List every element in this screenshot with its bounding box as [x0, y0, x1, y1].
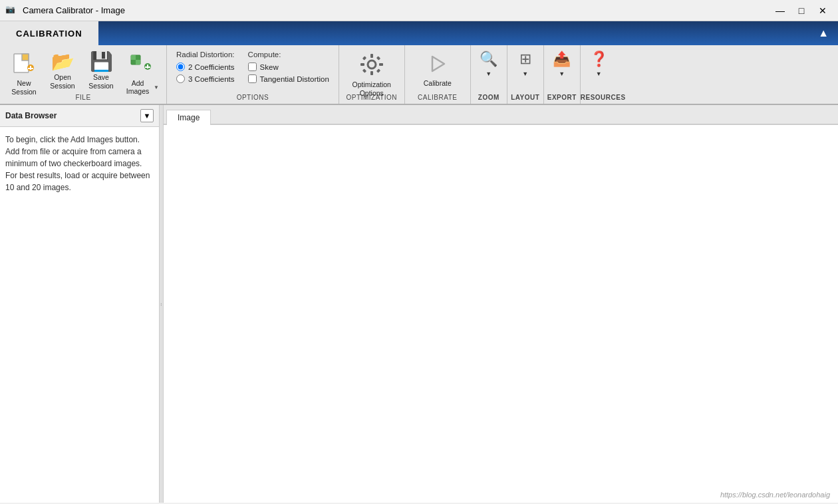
- sidebar-header: Data Browser ▼: [0, 105, 159, 127]
- file-section-label: FILE: [0, 94, 166, 101]
- optimization-options-button[interactable]: OptimizationOptions: [349, 49, 395, 100]
- title-bar: 📷 Camera Calibrator - Image — □ ✕: [0, 0, 838, 21]
- resources-button[interactable]: ❓ ▼: [590, 51, 608, 77]
- 3-coefficients-radio[interactable]: [176, 74, 185, 83]
- ribbon-toolbar: NewSession 📂 OpenSession 💾 SaveSession: [0, 45, 838, 105]
- svg-rect-12: [370, 54, 373, 58]
- add-images-label: Add Images: [123, 79, 152, 95]
- tab-image[interactable]: Image: [166, 110, 211, 125]
- zoom-button[interactable]: 🔍 ▼: [480, 51, 497, 77]
- optimization-section-label: OPTIMIZATION: [339, 94, 404, 101]
- svg-rect-14: [360, 63, 364, 66]
- skew-label: Skew: [260, 63, 279, 71]
- 2-coefficients-option[interactable]: 2 Coefficients: [176, 63, 235, 71]
- app-icon: 📷: [5, 5, 17, 17]
- ribbon-header: CALIBRATION ▲: [0, 21, 838, 45]
- calibrate-button[interactable]: Calibrate: [414, 49, 461, 91]
- zoom-icon: 🔍: [480, 51, 497, 68]
- layout-dropdown-arrow: ▼: [522, 70, 528, 77]
- svg-rect-1: [22, 54, 29, 61]
- 2-coefficients-label: 2 Coefficients: [188, 63, 234, 71]
- tab-bar: Image: [164, 105, 838, 125]
- ribbon-header-right: ▲: [814, 21, 838, 45]
- sidebar-content: To begin, click the Add Images button. A…: [0, 127, 159, 200]
- layout-section: ⊞ ▼ LAYOUT: [507, 45, 544, 104]
- zoom-section-label: ZOOM: [471, 94, 507, 101]
- new-session-icon: [13, 53, 35, 77]
- layout-section-label: LAYOUT: [507, 94, 543, 101]
- layout-button[interactable]: ⊞ ▼: [519, 51, 531, 77]
- 2-coefficients-radio[interactable]: [176, 63, 185, 71]
- 3-coefficients-label: 3 Coefficients: [188, 75, 234, 83]
- export-section: 📤 ▼ EXPORT: [544, 45, 581, 104]
- svg-rect-4: [28, 68, 33, 69]
- layout-icon: ⊞: [519, 51, 531, 68]
- sidebar-toggle-button[interactable]: ▼: [140, 109, 154, 122]
- sidebar: Data Browser ▼ To begin, click the Add I…: [0, 105, 160, 503]
- content-body: [164, 125, 838, 503]
- tangential-distortion-label: Tangential Distortion: [260, 75, 329, 83]
- add-images-icon: [130, 53, 152, 77]
- export-dropdown-arrow: ▼: [559, 70, 565, 77]
- svg-rect-15: [379, 63, 383, 66]
- options-section: Radial Distortion: 2 Coefficients 3 Coef…: [167, 45, 339, 104]
- minimize-button[interactable]: —: [770, 3, 790, 18]
- svg-rect-18: [362, 68, 366, 72]
- export-button[interactable]: 📤 ▼: [553, 51, 571, 77]
- tangential-distortion-option[interactable]: Tangential Distortion: [248, 74, 329, 83]
- save-icon: 💾: [90, 53, 113, 71]
- calibrate-section-label: CALIBRATE: [405, 94, 470, 101]
- svg-point-11: [368, 61, 376, 68]
- add-images-dropdown-arrow: ▼: [154, 84, 159, 90]
- svg-rect-16: [362, 56, 366, 60]
- open-session-label: OpenSession: [50, 73, 74, 90]
- export-icon: 📤: [553, 51, 571, 68]
- svg-rect-13: [370, 71, 373, 75]
- main-area: Data Browser ▼ To begin, click the Add I…: [0, 105, 838, 503]
- svg-marker-20: [432, 57, 444, 71]
- compute-label: Compute:: [248, 51, 329, 59]
- title-bar-left: 📷 Camera Calibrator - Image: [5, 5, 125, 17]
- zoom-section: 🔍 ▼ ZOOM: [471, 45, 507, 104]
- svg-rect-7: [136, 60, 140, 64]
- tab-calibration[interactable]: CALIBRATION: [0, 21, 98, 45]
- calibrate-section: Calibrate CALIBRATE: [405, 45, 471, 104]
- open-folder-icon: 📂: [51, 53, 74, 71]
- resources-icon: ❓: [590, 51, 608, 68]
- sidebar-help-text: To begin, click the Add Images button. A…: [5, 134, 154, 193]
- watermark: https://blog.csdn.net/leonardohaig: [720, 491, 830, 499]
- ribbon-collapse-button[interactable]: ▲: [814, 25, 833, 42]
- radial-distortion-label: Radial Distortion:: [176, 51, 235, 59]
- svg-rect-6: [131, 55, 136, 60]
- file-section: NewSession 📂 OpenSession 💾 SaveSession: [0, 45, 167, 104]
- resources-dropdown-arrow: ▼: [596, 70, 602, 77]
- svg-rect-19: [376, 68, 380, 72]
- add-images-button[interactable]: Add Images ▼: [121, 49, 161, 98]
- gear-icon: [359, 53, 384, 78]
- data-browser-title: Data Browser: [5, 111, 57, 120]
- zoom-dropdown-arrow: ▼: [486, 70, 491, 77]
- optimization-section: OptimizationOptions OPTIMIZATION: [339, 45, 405, 104]
- calibrate-play-icon: [426, 53, 450, 77]
- resources-section-label: RESOURCES: [581, 94, 617, 101]
- skew-checkbox[interactable]: [248, 63, 257, 71]
- options-section-label: OPTIONS: [167, 94, 339, 101]
- new-session-button[interactable]: NewSession: [5, 49, 43, 99]
- svg-rect-10: [145, 66, 150, 68]
- maximize-button[interactable]: □: [791, 3, 811, 18]
- calibrate-label: Calibrate: [424, 79, 452, 88]
- open-session-button[interactable]: 📂 OpenSession: [44, 49, 81, 93]
- export-section-label: EXPORT: [544, 94, 580, 101]
- content-area: Image: [164, 105, 838, 503]
- tangential-distortion-checkbox[interactable]: [248, 74, 257, 83]
- close-button[interactable]: ✕: [813, 3, 833, 18]
- window-title: Camera Calibrator - Image: [23, 5, 125, 15]
- skew-option[interactable]: Skew: [248, 63, 329, 71]
- save-session-label: SaveSession: [88, 73, 113, 90]
- 3-coefficients-option[interactable]: 3 Coefficients: [176, 74, 235, 83]
- resources-section: ❓ ▼ RESOURCES: [581, 45, 617, 104]
- save-session-button[interactable]: 💾 SaveSession: [82, 49, 120, 93]
- svg-rect-17: [376, 56, 380, 60]
- tab-image-label: Image: [178, 113, 200, 122]
- window-controls[interactable]: — □ ✕: [770, 3, 833, 18]
